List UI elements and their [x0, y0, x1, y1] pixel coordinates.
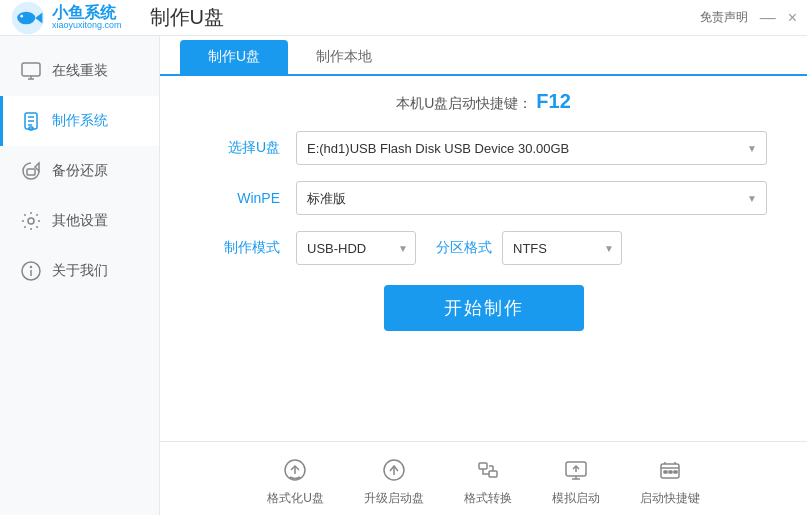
content-area: 制作U盘 制作本地 本机U盘启动快捷键：F12 选择U盘 E:(hd1)USB … — [160, 36, 807, 515]
tool-upgrade-boot[interactable]: 升级启动盘 — [364, 454, 424, 507]
select-usb-input[interactable]: E:(hd1)USB Flash Disk USB Device 30.00GB — [296, 131, 767, 165]
part-format-label: 分区格式 — [436, 239, 492, 257]
logo-title: 小鱼系统 — [52, 5, 122, 21]
logo-area: 小鱼系统 xiaoyuxitong.com — [10, 0, 122, 36]
part-format-input[interactable]: NTFS — [502, 231, 622, 265]
tab-make-local[interactable]: 制作本地 — [288, 40, 400, 74]
monitor-icon — [20, 60, 42, 82]
select-usb-row: 选择U盘 E:(hd1)USB Flash Disk USB Device 30… — [200, 131, 767, 165]
winpe-wrapper[interactable]: 标准版 — [296, 181, 767, 215]
sidebar-item-other-settings[interactable]: 其他设置 — [0, 196, 159, 246]
format-icon — [279, 454, 311, 486]
logo-icon — [10, 0, 46, 36]
sidebar-item-online-reinstall[interactable]: 在线重装 — [0, 46, 159, 96]
svg-point-3 — [20, 14, 23, 17]
tool-format-usb[interactable]: 格式化U盘 — [267, 454, 324, 507]
svg-point-17 — [31, 267, 32, 268]
shortcut-key: F12 — [536, 90, 570, 112]
upgrade-icon — [378, 454, 410, 486]
shortcut-hint: 本机U盘启动快捷键：F12 — [200, 90, 767, 113]
select-usb-label: 选择U盘 — [200, 139, 280, 157]
svg-rect-34 — [674, 471, 677, 473]
logo-subtitle: xiaoyuxitong.com — [52, 21, 122, 30]
info-icon — [20, 260, 42, 282]
disclaimer-button[interactable]: 免责声明 — [700, 9, 748, 26]
svg-point-14 — [28, 218, 34, 224]
logo-text: 小鱼系统 xiaoyuxitong.com — [52, 5, 122, 30]
sidebar-label-online-reinstall: 在线重装 — [52, 62, 108, 80]
select-usb-wrapper[interactable]: E:(hd1)USB Flash Disk USB Device 30.00GB — [296, 131, 767, 165]
main-layout: 在线重装 制作系统 备份还原 — [0, 36, 807, 515]
shortcut-icon — [654, 454, 686, 486]
bottom-toolbar: 格式化U盘 升级启动盘 — [160, 441, 807, 515]
tool-format-usb-label: 格式化U盘 — [267, 490, 324, 507]
form-area: 本机U盘启动快捷键：F12 选择U盘 E:(hd1)USB Flash Disk… — [160, 76, 807, 441]
sidebar-item-make-system[interactable]: 制作系统 — [0, 96, 159, 146]
svg-rect-4 — [22, 63, 40, 76]
start-button[interactable]: 开始制作 — [384, 285, 584, 331]
title-bar-right: 免责声明 — × — [700, 9, 797, 26]
settings-icon — [20, 210, 42, 232]
backup-icon — [20, 160, 42, 182]
sidebar-label-make-system: 制作系统 — [52, 112, 108, 130]
minimize-button[interactable]: — — [760, 10, 776, 26]
simulate-icon — [560, 454, 592, 486]
usb-icon — [20, 110, 42, 132]
sidebar-label-about-us: 关于我们 — [52, 262, 108, 280]
sidebar-label-other-settings: 其他设置 — [52, 212, 108, 230]
svg-rect-32 — [664, 471, 667, 473]
tab-make-usb[interactable]: 制作U盘 — [180, 40, 288, 74]
tool-simulate-boot-label: 模拟启动 — [552, 490, 600, 507]
make-mode-wrapper[interactable]: USB-HDD — [296, 231, 416, 265]
part-format-wrapper[interactable]: NTFS — [502, 231, 622, 265]
svg-rect-22 — [479, 463, 487, 469]
tabs: 制作U盘 制作本地 — [160, 40, 807, 76]
svg-point-1 — [17, 11, 35, 24]
svg-rect-23 — [489, 471, 497, 477]
sidebar: 在线重装 制作系统 备份还原 — [0, 36, 160, 515]
tool-upgrade-boot-label: 升级启动盘 — [364, 490, 424, 507]
make-mode-input[interactable]: USB-HDD — [296, 231, 416, 265]
shortcut-hint-text: 本机U盘启动快捷键： — [396, 95, 532, 111]
mode-format-row: 制作模式 USB-HDD 分区格式 NTFS — [200, 231, 767, 265]
tool-boot-shortcut[interactable]: 启动快捷键 — [640, 454, 700, 507]
svg-rect-33 — [669, 471, 672, 473]
svg-rect-13 — [27, 169, 35, 175]
tool-format-convert-label: 格式转换 — [464, 490, 512, 507]
tool-format-convert[interactable]: 格式转换 — [464, 454, 512, 507]
tool-simulate-boot[interactable]: 模拟启动 — [552, 454, 600, 507]
tool-boot-shortcut-label: 启动快捷键 — [640, 490, 700, 507]
winpe-label: WinPE — [200, 190, 280, 206]
page-heading: 制作U盘 — [150, 4, 224, 31]
sidebar-item-about-us[interactable]: 关于我们 — [0, 246, 159, 296]
winpe-row: WinPE 标准版 — [200, 181, 767, 215]
title-bar-left: 小鱼系统 xiaoyuxitong.com 制作U盘 — [10, 0, 224, 36]
close-button[interactable]: × — [788, 10, 797, 26]
sidebar-label-backup-restore: 备份还原 — [52, 162, 108, 180]
title-bar: 小鱼系统 xiaoyuxitong.com 制作U盘 免责声明 — × — [0, 0, 807, 36]
convert-icon — [472, 454, 504, 486]
make-mode-label: 制作模式 — [200, 239, 280, 257]
winpe-input[interactable]: 标准版 — [296, 181, 767, 215]
sidebar-item-backup-restore[interactable]: 备份还原 — [0, 146, 159, 196]
